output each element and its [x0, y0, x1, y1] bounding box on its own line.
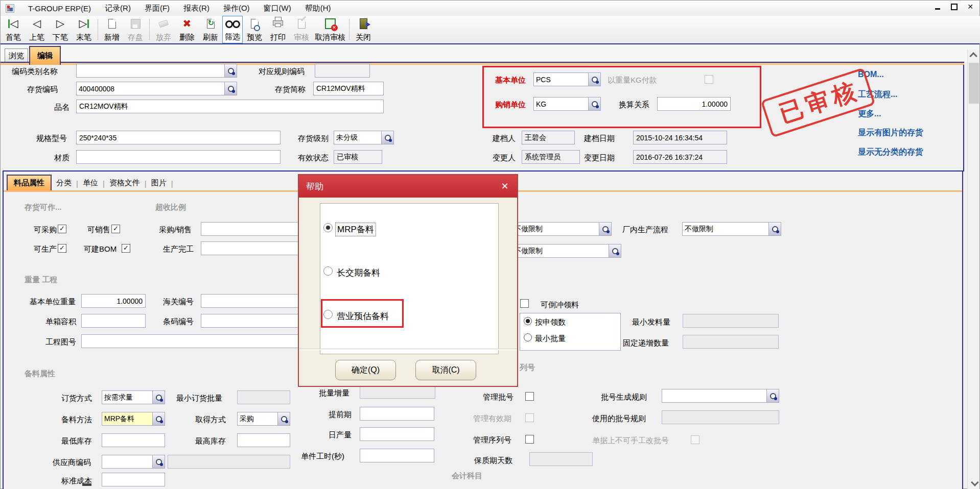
nav-prev-icon: ◁: [33, 17, 41, 30]
backflush-label: 可倒冲领料: [541, 300, 579, 310]
option-mrp-radio[interactable]: [323, 223, 333, 232]
toolbar-close-button[interactable]: 关闭: [352, 16, 375, 43]
lookup-button[interactable]: [224, 64, 237, 77]
menu-interface[interactable]: 界面(F): [145, 4, 170, 13]
lookup-button[interactable]: [152, 412, 165, 425]
box-volume-field[interactable]: [81, 314, 146, 328]
minimize-button[interactable]: [934, 3, 942, 11]
rule-code-field[interactable]: [315, 64, 370, 78]
restore-button[interactable]: [950, 3, 958, 11]
toolbar-save-button[interactable]: 存盘: [124, 16, 147, 43]
modified-field: 2016-07-26 16:37:24: [633, 150, 727, 164]
toolbar-discard-button[interactable]: 放弃: [152, 16, 175, 43]
no-manual-batch-checkbox[interactable]: [691, 435, 699, 444]
scroll-up-button[interactable]: [968, 50, 980, 61]
dialog-close-icon[interactable]: ✕: [499, 180, 511, 192]
restriction-field-2[interactable]: 不做限制: [511, 244, 621, 258]
purchasable-checkbox[interactable]: ✓: [58, 225, 66, 233]
tab-browse[interactable]: 浏览: [5, 48, 28, 62]
tab-picture[interactable]: 图片: [147, 176, 171, 190]
tab-qualification[interactable]: 资格文件: [105, 176, 145, 190]
material-field[interactable]: [76, 150, 281, 164]
inv-abbr-field[interactable]: CR12MOV精料: [313, 82, 384, 95]
lookup-button[interactable]: [152, 455, 165, 468]
menu-record[interactable]: 记录(R): [105, 4, 131, 13]
toolbar-preview-button[interactable]: 预览: [243, 16, 266, 43]
toolbar-last-button[interactable]: ▷ 末笔: [72, 16, 96, 43]
lookup-button[interactable]: [609, 244, 621, 257]
lookup-button[interactable]: [381, 131, 393, 144]
toolbar-print-button[interactable]: 打印: [266, 16, 290, 43]
tab-item-attributes[interactable]: 料品属性: [7, 175, 52, 190]
code-category-field[interactable]: [76, 64, 237, 78]
by-apply-radio[interactable]: [524, 317, 532, 325]
toolbar-prev-button[interactable]: ◁ 上笔: [25, 16, 49, 43]
producible-label: 可生产: [34, 244, 57, 254]
toolbar-next-button[interactable]: ▷ 下笔: [49, 16, 72, 43]
toolbar-new-button[interactable]: 新增: [100, 16, 124, 43]
manage-serial-checkbox[interactable]: [525, 435, 534, 444]
link-show-with-picture[interactable]: 显示有图片的存货: [858, 128, 923, 138]
factory-flow-field[interactable]: 不做限制: [682, 222, 781, 236]
option-mrp-label[interactable]: MRP备料: [336, 223, 376, 236]
base-weight-field[interactable]: 1.00000: [81, 294, 146, 308]
std-cost-field[interactable]: [102, 473, 165, 486]
order-mode-field[interactable]: 按需求量: [102, 390, 165, 404]
option-long-lead-radio[interactable]: [323, 266, 333, 276]
lookup-button[interactable]: [766, 389, 779, 402]
menu-window[interactable]: 窗口(W): [264, 4, 291, 13]
restriction-field-1[interactable]: 不做限制: [511, 222, 612, 236]
link-more[interactable]: 更多...: [858, 109, 881, 119]
menu-report[interactable]: 报表(R): [183, 4, 209, 13]
batch-rule-field[interactable]: [662, 389, 779, 403]
backup-method-field[interactable]: MRP备料: [102, 412, 165, 426]
tab-edit[interactable]: 编辑: [29, 46, 61, 65]
bom-allowed-checkbox[interactable]: ✓: [122, 244, 130, 253]
tab-category[interactable]: 分类: [52, 176, 76, 190]
dialog-cancel-button[interactable]: 取消(C): [415, 360, 476, 380]
menu-help[interactable]: 帮助(H): [305, 4, 331, 13]
scrollbar-thumb[interactable]: [969, 63, 979, 104]
option-long-lead-label[interactable]: 长交期备料: [337, 267, 380, 279]
manage-expiry-checkbox[interactable]: [525, 413, 534, 422]
lookup-button[interactable]: [599, 223, 611, 235]
fixed-increment-field: [683, 335, 779, 349]
toolbar-unaudit-button[interactable]: 取消审核: [313, 16, 347, 43]
toolbar-refresh-button[interactable]: ↻ 刷新: [199, 16, 222, 43]
acquire-mode-field[interactable]: 采购: [237, 412, 290, 426]
link-show-uncategorized[interactable]: 显示无分类的存货: [858, 147, 923, 158]
unit-hours-field[interactable]: [360, 449, 434, 462]
menu-app[interactable]: T-GROUP ERP(E): [28, 4, 91, 13]
min-batch-radio[interactable]: [524, 333, 532, 341]
toolbar-delete-button[interactable]: ✖ 删除: [175, 16, 199, 43]
level-field[interactable]: 未分级: [334, 131, 394, 144]
manage-batch-checkbox[interactable]: [525, 392, 534, 401]
name-field[interactable]: CR12MOV精料: [76, 100, 384, 113]
sellable-checkbox[interactable]: ✓: [111, 225, 120, 233]
lookup-button[interactable]: [224, 82, 237, 95]
binoculars-icon: [225, 17, 240, 31]
tab-unit[interactable]: 单位: [78, 176, 103, 190]
backflush-checkbox[interactable]: [520, 299, 529, 308]
supplier-code-field[interactable]: [102, 455, 165, 469]
close-button[interactable]: ✕: [966, 3, 974, 11]
vertical-scrollbar[interactable]: [967, 50, 979, 489]
dialog-title-bar[interactable]: 帮助 ✕: [299, 175, 517, 198]
inv-code-field[interactable]: 400400008: [76, 82, 237, 95]
max-stock-field[interactable]: [237, 433, 290, 447]
min-stock-field[interactable]: [102, 433, 165, 447]
spec-field[interactable]: 250*240*35: [76, 131, 281, 144]
lookup-button[interactable]: [277, 412, 290, 425]
toolbar-filter-button[interactable]: 筛选: [222, 16, 243, 43]
toolbar-audit-button[interactable]: 审核: [290, 16, 313, 43]
inv-code-label: 存货编码: [27, 85, 58, 94]
daily-output-field[interactable]: [360, 427, 434, 441]
producible-checkbox[interactable]: ✓: [58, 244, 66, 253]
toolbar-first-button[interactable]: ◁ 首笔: [2, 16, 25, 43]
scroll-down-button[interactable]: [968, 477, 980, 488]
lookup-button[interactable]: [152, 391, 165, 404]
lookup-button[interactable]: [768, 223, 781, 235]
dialog-ok-button[interactable]: 确定(Q): [335, 360, 396, 380]
lead-time-field[interactable]: [360, 407, 434, 421]
menu-operation[interactable]: 操作(O): [223, 4, 250, 13]
